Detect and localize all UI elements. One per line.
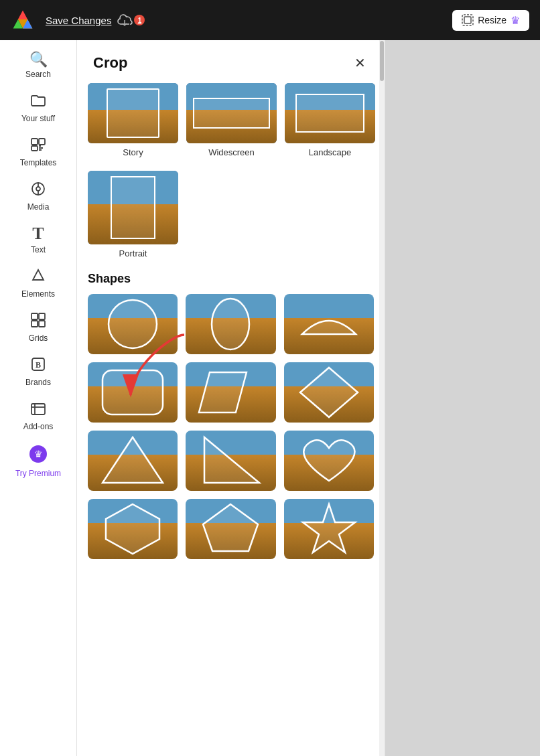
shape-item-triangle[interactable] <box>88 431 178 491</box>
parallelogram-shape-icon <box>186 362 275 423</box>
sidebar-item-search[interactable]: 🔍 Search <box>0 46 76 84</box>
svg-point-26 <box>109 300 157 348</box>
svg-text:B: B <box>36 360 41 370</box>
right-triangle-shape-icon <box>186 431 275 491</box>
premium-icon: ♛ <box>29 445 48 466</box>
crop-panel-header: Crop ✕ <box>77 40 385 83</box>
sidebar-item-templates[interactable]: Templates <box>0 130 76 173</box>
sidebar-label-text: Text <box>31 245 46 254</box>
sidebar-item-add-ons[interactable]: Add-ons <box>0 394 76 437</box>
svg-point-27 <box>212 299 249 350</box>
preset-item-widescreen[interactable]: Widescreen <box>186 83 277 157</box>
shape-grid <box>88 294 374 559</box>
resize-button[interactable]: Resize ♛ <box>452 10 529 31</box>
half-circle-shape-icon <box>284 294 374 354</box>
preset-thumb-portrait <box>88 171 178 244</box>
preset-item-story[interactable]: Story <box>88 83 178 157</box>
pentagon-shape-icon <box>186 499 275 559</box>
shape-thumb-half-circle <box>284 294 374 354</box>
svg-rect-15 <box>31 313 38 319</box>
sidebar-label-your-stuff: Your stuff <box>21 114 55 123</box>
sidebar-item-brands[interactable]: B Brands <box>0 350 76 392</box>
media-icon <box>30 181 46 200</box>
shape-item-heart[interactable] <box>284 431 374 491</box>
svg-rect-8 <box>31 139 38 145</box>
shape-thumb-circle <box>88 294 178 354</box>
story-frame <box>107 88 159 138</box>
topbar-right: Resize ♛ <box>452 10 529 31</box>
sidebar-item-your-stuff[interactable]: Your stuff <box>0 86 76 129</box>
shape-item-star[interactable] <box>284 499 374 559</box>
shape-thumb-pentagon <box>186 499 275 559</box>
crop-panel-title: Crop <box>93 54 127 72</box>
rounded-rect-shape-icon <box>88 362 178 423</box>
save-changes-button[interactable]: Save Changes 1 <box>46 13 145 27</box>
sidebar-label-media: Media <box>27 202 50 212</box>
shape-thumb-heart <box>284 431 374 491</box>
close-button[interactable]: ✕ <box>352 54 368 72</box>
svg-rect-7 <box>464 17 471 23</box>
shape-thumb-right-triangle <box>186 431 275 491</box>
svg-point-12 <box>36 187 40 191</box>
shapes-section: Shapes <box>88 272 374 559</box>
panel-content: Story Widescreen Landscape <box>77 83 385 756</box>
resize-label: Resize <box>478 15 507 25</box>
shape-item-ellipse[interactable] <box>186 294 275 354</box>
addons-icon <box>30 400 46 419</box>
sidebar-label-addons: Add-ons <box>23 422 54 431</box>
triangle-shape-icon <box>88 431 178 491</box>
shape-item-diamond[interactable] <box>284 362 374 423</box>
shape-thumb-hexagon <box>88 499 178 559</box>
shape-thumb-star <box>284 499 374 559</box>
preset-label-landscape: Landscape <box>309 147 352 157</box>
svg-rect-18 <box>39 321 45 327</box>
sidebar-label-search: Search <box>25 70 51 79</box>
canvas-area <box>385 40 540 756</box>
topbar: Save Changes 1 Resize ♛ <box>0 0 540 40</box>
preset-label-portrait: Portrait <box>119 248 147 258</box>
preset-label-story: Story <box>123 147 143 157</box>
save-changes-label: Save Changes <box>46 15 111 26</box>
svg-marker-33 <box>106 504 159 554</box>
shape-item-parallelogram[interactable] <box>186 362 275 423</box>
sidebar-label-premium: Try Premium <box>15 469 61 478</box>
shape-thumb-diamond <box>284 362 374 423</box>
sidebar-label-elements: Elements <box>21 289 55 299</box>
portrait-frame <box>111 176 155 239</box>
preset-item-landscape[interactable]: Landscape <box>285 83 375 157</box>
hexagon-shape-icon <box>88 499 178 559</box>
landscape-frame <box>295 94 364 133</box>
svg-marker-32 <box>204 437 259 483</box>
shape-item-rounded-rect[interactable] <box>88 362 178 423</box>
svg-rect-21 <box>31 404 45 414</box>
sidebar-item-elements[interactable]: Elements <box>0 261 76 304</box>
shape-item-half-circle[interactable] <box>284 294 374 354</box>
widescreen-frame <box>193 98 270 129</box>
svg-marker-29 <box>199 372 247 412</box>
svg-marker-31 <box>103 437 163 483</box>
heart-shape-icon <box>284 431 374 491</box>
shape-item-hexagon[interactable] <box>88 499 178 559</box>
sidebar-item-media[interactable]: Media <box>0 174 76 217</box>
shape-thumb-parallelogram <box>186 362 275 423</box>
sidebar-item-text[interactable]: T Text <box>0 218 76 260</box>
preset-thumb-story <box>88 83 178 143</box>
notification-badge: 1 <box>134 15 145 25</box>
diamond-shape-icon <box>284 362 374 423</box>
svg-marker-35 <box>303 504 355 552</box>
sidebar-item-try-premium[interactable]: ♛ Try Premium <box>0 438 76 483</box>
svg-rect-10 <box>31 146 38 151</box>
shape-item-circle[interactable] <box>88 294 178 354</box>
resize-icon <box>462 14 474 26</box>
preset-grid: Story Widescreen Landscape <box>88 83 374 157</box>
preset-thumb-widescreen <box>186 83 277 143</box>
panel-scrollbar[interactable] <box>379 40 385 756</box>
svg-rect-28 <box>103 370 163 414</box>
sidebar-item-grids[interactable]: Grids <box>0 305 76 348</box>
shape-item-right-triangle[interactable] <box>186 431 275 491</box>
preset-item-portrait[interactable]: Portrait <box>88 171 178 258</box>
shape-item-pentagon[interactable] <box>186 499 275 559</box>
svg-rect-17 <box>31 321 38 327</box>
ellipse-shape-icon <box>186 294 275 354</box>
svg-marker-30 <box>300 368 358 417</box>
